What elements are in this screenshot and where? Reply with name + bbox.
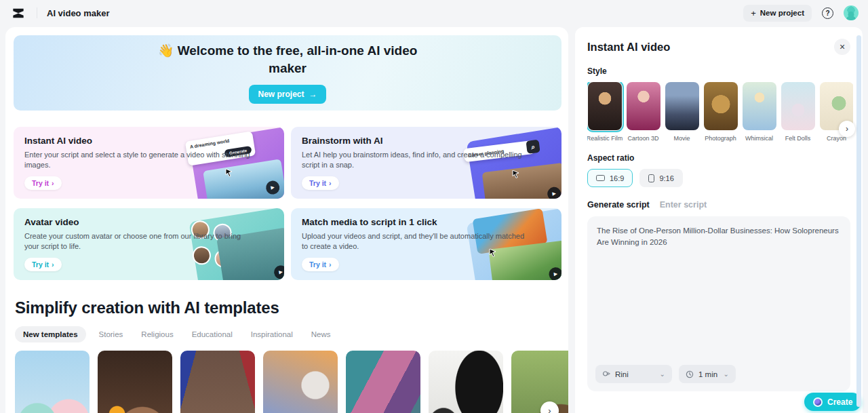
style-carousel-next-button[interactable]: › xyxy=(839,121,855,137)
feature-title: Match media to script in 1 click xyxy=(302,217,551,227)
instant-ai-video-panel: Instant AI video × Style Realistic Film … xyxy=(575,27,863,413)
panel-title: Instant AI video xyxy=(587,41,670,54)
hero-new-project-button[interactable]: New project → xyxy=(249,85,326,104)
template-thumbnail-bear-forest[interactable] xyxy=(511,351,568,413)
play-icon: ▶ xyxy=(547,186,561,199)
ai-video-maker-page: AI video maker + New project ? 👋 Welcome… xyxy=(0,0,868,413)
template-thumbnails xyxy=(15,351,568,413)
chevron-right-icon: › xyxy=(548,406,551,413)
help-icon[interactable]: ? xyxy=(822,7,833,19)
templates-heading: Simplify creation with AI templates xyxy=(15,298,568,317)
style-options: Realistic Film Cartoon 3D Movie Photogra… xyxy=(587,82,853,142)
aspect-ratio-label: Aspect ratio xyxy=(587,153,850,163)
tab-generate-script[interactable]: Generate script xyxy=(587,200,650,210)
style-option-felt-dolls[interactable]: Felt Dolls xyxy=(781,82,815,142)
style-option-cartoon-3d[interactable]: Cartoon 3D xyxy=(626,82,660,142)
chevron-down-icon: ⌄ xyxy=(724,370,729,378)
feature-description: Enter your script and select a style to … xyxy=(24,150,252,170)
try-it-button[interactable]: Try it › xyxy=(302,258,339,271)
play-icon: ▶ xyxy=(548,267,561,280)
tab-inspirational[interactable]: Inspirational xyxy=(251,330,293,338)
style-thumbnail xyxy=(665,82,699,130)
voice-select[interactable]: Rini ⌄ xyxy=(595,365,672,383)
tab-news[interactable]: News xyxy=(311,330,331,338)
panel-scrollbar[interactable] xyxy=(856,35,861,407)
style-thumbnail xyxy=(704,82,738,130)
style-thumbnail xyxy=(588,82,622,130)
duration-select[interactable]: 1 min ⌄ xyxy=(679,365,736,383)
style-option-movie[interactable]: Movie xyxy=(665,82,699,142)
create-button[interactable]: Create xyxy=(804,393,861,411)
template-category-tabs: New templates Stories Religious Educatio… xyxy=(15,326,568,342)
main-content-panel: 👋 Welcome to the free, all-in-one AI vid… xyxy=(5,27,568,413)
script-text: The Rise of One-Person Million-Dollar Bu… xyxy=(597,225,841,248)
chevron-down-icon: ⌄ xyxy=(660,370,665,378)
play-icon: ▶ xyxy=(265,180,281,195)
landscape-ratio-icon xyxy=(596,175,605,181)
user-avatar[interactable] xyxy=(844,5,859,20)
aspect-option-9-16[interactable]: 9:16 xyxy=(639,169,682,187)
try-it-button[interactable]: Try it › xyxy=(24,258,62,271)
feature-card-instant-ai-video[interactable]: Instant AI video Enter your script and s… xyxy=(14,127,284,199)
cursor-icon xyxy=(512,170,519,178)
feature-card-avatar-video[interactable]: Avatar video Create your custom avatar o… xyxy=(14,208,284,280)
clock-icon xyxy=(686,370,694,378)
tab-stories[interactable]: Stories xyxy=(99,330,123,338)
aspect-ratio-options: 16:9 9:16 xyxy=(587,169,850,187)
tab-religious[interactable]: Religious xyxy=(141,330,173,338)
plus-icon: + xyxy=(751,9,756,18)
feature-title: Avatar video xyxy=(24,217,273,227)
script-input-area[interactable]: The Rise of One-Person Million-Dollar Bu… xyxy=(587,216,850,391)
portrait-ratio-icon xyxy=(648,174,654,182)
style-thumbnail xyxy=(781,82,815,130)
tab-enter-script[interactable]: Enter script xyxy=(660,200,707,210)
feature-description: Upload your videos and script, and they'… xyxy=(302,231,529,252)
welcome-banner: 👋 Welcome to the free, all-in-one AI vid… xyxy=(14,35,561,111)
capcut-logo-icon[interactable] xyxy=(9,6,27,20)
script-mode-tabs: Generate script Enter script xyxy=(587,200,850,210)
template-thumbnail-cartoon-boy-trophy[interactable] xyxy=(180,351,255,413)
feature-title: Brainstorm with AI xyxy=(302,136,551,146)
template-thumbnail-anime-sunset[interactable] xyxy=(263,351,338,413)
voice-icon xyxy=(602,370,610,378)
style-option-photograph[interactable]: Photograph xyxy=(703,82,738,142)
arrow-right-icon: → xyxy=(309,90,317,99)
style-thumbnail xyxy=(627,82,660,130)
ai-orb-icon xyxy=(813,397,823,407)
topbar-divider xyxy=(37,7,37,18)
tab-new-templates[interactable]: New templates xyxy=(15,326,86,342)
feature-cards: Instant AI video Enter your script and s… xyxy=(14,127,561,280)
style-section-label: Style xyxy=(587,66,850,76)
feature-description: Create your custom avatar or choose one … xyxy=(24,231,252,252)
new-project-button[interactable]: + New project xyxy=(743,5,812,22)
aspect-option-16-9[interactable]: 16:9 xyxy=(587,169,633,187)
template-thumbnail-felt-toy-bears[interactable] xyxy=(15,351,90,413)
chevron-right-icon: › xyxy=(846,124,848,134)
template-thumbnail-retro-cartoon[interactable] xyxy=(346,351,420,413)
try-it-button[interactable]: Try it › xyxy=(302,176,339,190)
tab-educational[interactable]: Educational xyxy=(192,330,233,338)
style-option-whimsical[interactable]: Whimsical xyxy=(742,82,776,142)
feature-card-match-media[interactable]: Match media to script in 1 click Upload … xyxy=(291,208,561,280)
chevron-right-icon: › xyxy=(52,260,54,269)
new-project-label: New project xyxy=(760,9,804,17)
style-thumbnail xyxy=(743,82,776,130)
chevron-right-icon: › xyxy=(52,179,54,187)
feature-card-brainstorm-ai[interactable]: Brainstorm with AI Let AI help you brain… xyxy=(291,127,561,199)
wave-emoji: 👋 xyxy=(158,43,174,58)
welcome-title: 👋 Welcome to the free, all-in-one AI vid… xyxy=(138,42,437,77)
page-title: AI video maker xyxy=(47,8,110,18)
try-it-button[interactable]: Try it › xyxy=(24,176,62,190)
topbar: AI video maker + New project ? xyxy=(0,0,868,26)
template-thumbnail-ink-orca[interactable] xyxy=(429,351,503,413)
play-icon: ▶ xyxy=(273,264,284,280)
close-icon[interactable]: × xyxy=(834,39,850,55)
feature-description: Let AI help you brainstorm ideas, find i… xyxy=(302,150,529,170)
chevron-right-icon: › xyxy=(329,260,332,269)
style-option-realistic-film[interactable]: Realistic Film xyxy=(587,82,622,142)
template-thumbnail-girl-with-flower[interactable] xyxy=(98,351,172,413)
feature-title: Instant AI video xyxy=(24,136,273,146)
chevron-right-icon: › xyxy=(329,179,332,187)
